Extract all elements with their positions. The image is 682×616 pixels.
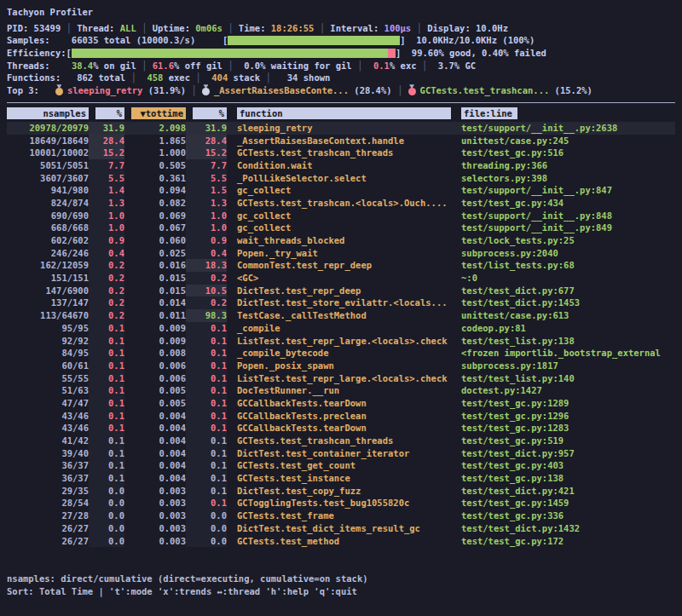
table-row[interactable]: 95/95 0.1 0.009 0.1 _compile codeop.py:8… — [7, 322, 675, 335]
column-header-function[interactable]: function — [237, 107, 451, 119]
cell-tottime: 0.003 — [124, 485, 186, 498]
cell-nsamples: 36/37 — [7, 459, 89, 472]
cell-nsamples: 28/54 — [7, 497, 89, 509]
table-row[interactable]: 92/92 0.1 0.009 0.1 ListTest.test_repr_l… — [7, 335, 675, 348]
table-row[interactable]: 941/980 1.4 0.094 1.5 gc_collect test/su… — [7, 184, 675, 197]
cell-nsamples: 26/27 — [7, 535, 89, 548]
table-row[interactable]: 10001/10002 15.2 1.000 15.2 GCTests.test… — [7, 147, 675, 159]
cell-cumulative-pct: 0.2 — [186, 296, 227, 309]
table-row[interactable]: 43/46 0.1 0.004 0.1 GCCallbackTests.tear… — [7, 422, 675, 435]
cell-tottime: 1.865 — [124, 135, 186, 147]
column-header-direct-pct[interactable]: % — [95, 107, 124, 119]
cell-function: GCTests.test_frame — [227, 509, 451, 522]
cell-file-line: unittest/case.py:613 — [451, 309, 675, 322]
text-segment: │ — [411, 23, 427, 33]
table-row[interactable]: 20978/20979 31.9 2.098 31.9 sleeping_ret… — [7, 122, 675, 135]
cell-tottime: 1.000 — [124, 147, 186, 159]
divider — [7, 102, 675, 103]
table-row[interactable]: 28/54 0.0 0.003 0.1 GCTogglingTests.test… — [7, 497, 675, 509]
text-segment: shown — [298, 72, 330, 83]
cell-tottime: 0.060 — [124, 234, 186, 247]
column-header-cumulative-pct[interactable]: % — [193, 107, 227, 119]
threads-pad — [50, 60, 72, 71]
table-row[interactable]: 668/668 1.0 0.067 1.0 gc_collect test/su… — [7, 222, 675, 234]
cell-nsamples: 941/980 — [7, 184, 89, 197]
samples-label: Samples: — [7, 35, 50, 45]
cell-direct-pct: 1.4 — [89, 184, 124, 197]
table-row[interactable]: 137/147 0.2 0.014 0.2 DictTest.test_stor… — [7, 296, 675, 309]
cell-tottime: 0.006 — [124, 360, 186, 372]
table-row[interactable]: 43/46 0.1 0.004 0.1 GCCallbackTests.prec… — [7, 410, 675, 423]
table-row[interactable]: 151/151 0.2 0.015 0.2 <GC> ~:0 — [7, 272, 675, 285]
cell-cumulative-pct: 0.0 — [186, 535, 227, 548]
table-row[interactable]: 39/40 0.1 0.004 0.1 DictTest.test_contai… — [7, 447, 675, 460]
text-segment: │ — [223, 23, 239, 33]
table-row[interactable]: 36/37 0.1 0.004 0.1 GCTests.test_get_cou… — [7, 459, 675, 472]
cell-direct-pct: 0.9 — [89, 234, 124, 247]
table-row[interactable]: 26/27 0.0 0.003 0.0 GCTests.test_method … — [7, 535, 675, 548]
cell-nsamples: 690/690 — [7, 210, 89, 222]
text-segment: 458 — [142, 72, 163, 83]
text-segment: │ — [190, 72, 206, 83]
table-row[interactable]: 84/95 0.1 0.008 0.1 _compile_bytecode <f… — [7, 347, 675, 360]
cell-file-line: ~:0 — [451, 272, 675, 285]
table-row[interactable]: 51/63 0.1 0.005 0.1 DocTestRunner.__run … — [7, 384, 675, 397]
table-row[interactable]: 162/12059 0.2 0.016 18.3 CommonTest.test… — [7, 259, 675, 272]
cell-function: GCCallbackTests.tearDown — [227, 397, 451, 410]
cell-file-line: test/test_gc.py:336 — [451, 509, 675, 522]
table-row[interactable]: 147/6900 0.2 0.015 10.5 DictTest.test_re… — [7, 285, 675, 297]
table-row[interactable]: 113/64670 0.2 0.011 98.3 TestCase._callT… — [7, 309, 675, 322]
column-header-file-line[interactable]: file:line — [461, 107, 517, 119]
cell-function: DictTest.test_repr_deep — [227, 285, 451, 297]
table-row[interactable]: 47/47 0.1 0.005 0.1 GCCallbackTests.tear… — [7, 397, 675, 410]
column-header-nsamples[interactable]: nsamples — [7, 107, 89, 119]
cell-direct-pct: 0.0 — [89, 522, 124, 535]
column-header-tottime-sorted[interactable]: ▼tottime — [131, 107, 186, 119]
text-segment: 0m06s — [195, 23, 223, 33]
table-row[interactable]: 36/37 0.1 0.004 0.1 GCTests.test_instanc… — [7, 472, 675, 485]
table-row[interactable]: 5051/5051 7.7 0.505 7.7 Condition.wait t… — [7, 159, 675, 172]
cell-file-line: subprocess.py:2040 — [451, 247, 675, 260]
cell-cumulative-pct: 1.5 — [186, 184, 227, 197]
cell-function: gc_collect — [227, 222, 451, 234]
cell-direct-pct: 0.1 — [89, 472, 124, 485]
text-segment: │ — [223, 60, 239, 71]
cell-file-line: subprocess.py:1817 — [451, 360, 675, 372]
table-row[interactable]: 690/690 1.0 0.069 1.0 gc_collect test/su… — [7, 210, 675, 222]
cell-file-line: test/test_gc.py:516 — [451, 147, 675, 159]
text-segment: 0.0 — [239, 60, 260, 71]
cell-direct-pct: 0.1 — [89, 384, 124, 397]
cell-tottime: 0.004 — [124, 472, 186, 485]
text-segment: ALL — [120, 23, 136, 33]
table-row[interactable]: 60/61 0.1 0.006 0.1 Popen._posix_spawn s… — [7, 360, 675, 372]
cell-tottime: 0.003 — [124, 522, 186, 535]
table-row[interactable]: 27/28 0.0 0.003 0.0 GCTests.test_frame t… — [7, 509, 675, 522]
table-header: nsamples % ▼tottime % function file:line — [7, 107, 675, 120]
cell-tottime: 0.009 — [124, 322, 186, 335]
cell-function: gc_collect — [227, 184, 451, 197]
table-row[interactable]: 41/42 0.1 0.004 0.1 GCTests.test_trashca… — [7, 435, 675, 447]
cell-file-line: test/test_dict.py:1432 — [451, 522, 675, 535]
cell-cumulative-pct: 10.5 — [186, 285, 227, 297]
table-row[interactable]: 18649/18649 28.4 1.865 28.4 _AssertRaise… — [7, 135, 675, 147]
cell-cumulative-pct: 0.1 — [186, 384, 227, 397]
cell-function: <GC> — [227, 272, 451, 285]
table-row[interactable]: 602/602 0.9 0.060 0.9 wait_threads_block… — [7, 234, 675, 247]
cell-function: ListTest.test_repr_large.<locals>.check — [227, 372, 451, 385]
cell-direct-pct: 0.1 — [89, 360, 124, 372]
table-row[interactable]: 26/27 0.0 0.003 0.0 DictTest.test_dict_i… — [7, 522, 675, 535]
cell-nsamples: 41/42 — [7, 435, 89, 447]
table-row[interactable]: 55/55 0.1 0.006 0.1 ListTest.test_repr_l… — [7, 372, 675, 385]
table-row[interactable]: 29/35 0.0 0.003 0.1 DictTest.test_copy_f… — [7, 485, 675, 498]
cell-function: _PollLikeSelector.select — [227, 172, 451, 185]
top2-function: _AssertRaisesBaseConte... — [214, 85, 349, 95]
cell-file-line: test/test_gc.py:1459 — [451, 497, 675, 509]
text-segment: │ — [136, 23, 153, 33]
top3-line: Top 3: sleeping_retry (31.9%) │ _AssertR… — [7, 84, 675, 97]
cell-cumulative-pct: 1.3 — [186, 197, 227, 210]
table-row[interactable]: 246/246 0.4 0.025 0.4 Popen._try_wait su… — [7, 247, 675, 260]
table-row[interactable]: 3607/3607 5.5 0.361 5.5 _PollLikeSelecto… — [7, 172, 675, 185]
cell-direct-pct: 0.2 — [89, 296, 124, 309]
table-row[interactable]: 824/874 1.3 0.082 1.3 GCTests.test_trash… — [7, 197, 675, 210]
cell-cumulative-pct: 0.1 — [186, 422, 227, 435]
